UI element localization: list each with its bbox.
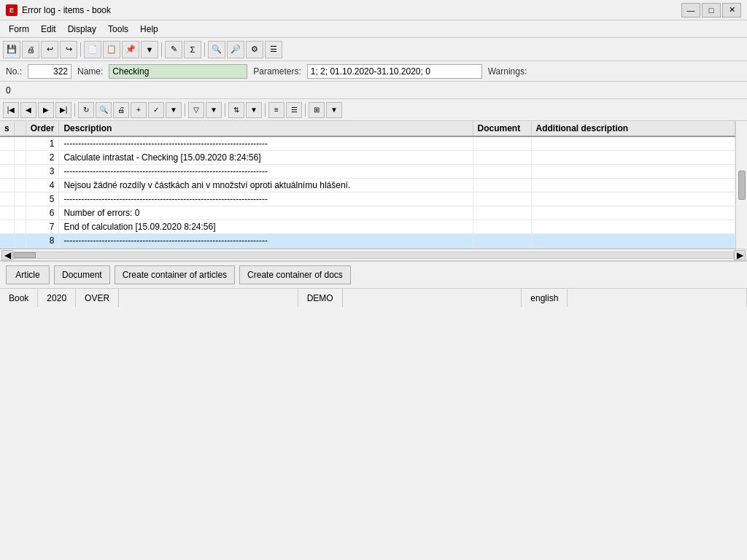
table-row[interactable]: 1 --------------------------------------… xyxy=(0,136,735,151)
cell-additional xyxy=(531,234,735,248)
list-btn[interactable]: ☰ xyxy=(265,41,282,58)
menu-help[interactable]: Help xyxy=(134,23,164,36)
cell-description: Nejsou žádné rozdíly v částkách ani v mn… xyxy=(59,179,473,192)
cell-description: End of calculation [15.09.2020 8:24:56] xyxy=(59,220,473,234)
create-articles-button[interactable]: Create container of articles xyxy=(115,265,235,284)
save-btn[interactable]: 💾 xyxy=(3,41,20,58)
table-row[interactable]: 6 Number of errors: 0 xyxy=(0,206,735,220)
cell-spacer xyxy=(14,192,26,206)
cell-description: ----------------------------------------… xyxy=(59,165,473,179)
nav-last[interactable]: ▶| xyxy=(55,102,71,118)
info-bar: No.: Name: Parameters: Warnings: xyxy=(0,61,747,82)
cell-document xyxy=(473,234,531,248)
menu-edit[interactable]: Edit xyxy=(35,23,62,36)
nav-check[interactable]: ✓ xyxy=(148,102,164,118)
cell-spacer xyxy=(14,151,26,165)
nav-sep5 xyxy=(305,104,306,117)
menu-form[interactable]: Form xyxy=(3,23,35,36)
article-button[interactable]: Article xyxy=(6,265,50,284)
bottom-bar: Article Document Create container of art… xyxy=(0,260,747,288)
table-row[interactable]: 4 Nejsou žádné rozdíly v částkách ani v … xyxy=(0,179,735,192)
cell-s xyxy=(0,192,14,206)
table-container: s Order Description Document Additional … xyxy=(0,121,735,249)
minimize-button[interactable]: — xyxy=(681,3,700,18)
window-title: Error log - items - book xyxy=(22,5,111,15)
cell-additional xyxy=(531,136,735,151)
name-input[interactable] xyxy=(109,64,247,79)
nav-grid[interactable]: ⊞ xyxy=(309,102,325,118)
menu-tools[interactable]: Tools xyxy=(102,23,134,36)
table-row[interactable]: 7 End of calculation [15.09.2020 8:24:56… xyxy=(0,220,735,234)
nav-print2[interactable]: 🖨 xyxy=(113,102,129,118)
paste-btn[interactable]: 📌 xyxy=(122,41,139,58)
create-docs-button[interactable]: Create container of docs xyxy=(239,265,351,284)
print-btn[interactable]: 🖨 xyxy=(22,41,39,58)
nav-list1[interactable]: ≡ xyxy=(268,102,285,118)
sigma-btn[interactable]: Σ xyxy=(184,41,201,58)
parameters-label: Parameters: xyxy=(253,66,301,77)
cell-s xyxy=(0,136,14,151)
table-row[interactable]: 3 --------------------------------------… xyxy=(0,165,735,179)
nav-refresh[interactable]: ↻ xyxy=(78,102,94,118)
copy-btn[interactable]: 📋 xyxy=(103,41,120,58)
hscroll-thumb[interactable] xyxy=(14,252,36,258)
scroll-thumb[interactable] xyxy=(738,171,746,200)
cell-order: 7 xyxy=(26,220,59,234)
document-button[interactable]: Document xyxy=(54,265,110,284)
nav-drop[interactable]: ▼ xyxy=(166,102,182,118)
cell-spacer xyxy=(14,234,26,248)
arrow-down-btn[interactable]: ▼ xyxy=(141,41,158,58)
hscroll-right[interactable]: ▶ xyxy=(734,250,746,260)
hscroll-left[interactable]: ◀ xyxy=(1,250,13,260)
nav-griddrop[interactable]: ▼ xyxy=(326,102,342,118)
col-header-document: Document xyxy=(473,121,531,136)
table-row[interactable]: 5 --------------------------------------… xyxy=(0,192,735,206)
hscroll-track[interactable] xyxy=(13,252,734,259)
nav-prev[interactable]: ◀ xyxy=(20,102,36,118)
nav-sep4 xyxy=(265,104,266,117)
status-empty3 xyxy=(568,289,747,307)
no-input[interactable] xyxy=(28,64,71,79)
cell-additional xyxy=(531,206,735,220)
nav-sep3 xyxy=(225,104,225,117)
nav-binoculars[interactable]: 🔍 xyxy=(96,102,112,118)
cell-order: 5 xyxy=(26,192,59,206)
nav-add[interactable]: + xyxy=(131,102,147,118)
undo-btn[interactable]: ↩ xyxy=(41,41,58,58)
status-demo: DEMO xyxy=(298,289,343,307)
horizontal-scrollbar[interactable]: ◀ ▶ xyxy=(0,249,747,260)
nav-filter[interactable]: ▽ xyxy=(188,102,204,118)
cell-s xyxy=(0,220,14,234)
maximize-button[interactable]: □ xyxy=(702,3,721,18)
nav-sort[interactable]: ⇅ xyxy=(228,102,244,118)
filter-btn[interactable]: ⚙ xyxy=(246,41,263,58)
new-btn[interactable]: 📄 xyxy=(84,41,101,58)
cell-s xyxy=(0,151,14,165)
cell-spacer xyxy=(14,136,26,151)
menu-display[interactable]: Display xyxy=(62,23,102,36)
parameters-input[interactable] xyxy=(307,64,482,79)
cell-additional xyxy=(531,151,735,165)
cell-order: 1 xyxy=(26,136,59,151)
vertical-scrollbar[interactable] xyxy=(735,121,747,249)
cell-s xyxy=(0,234,14,248)
calc-btn[interactable]: ✎ xyxy=(165,41,182,58)
nav-filterdrop[interactable]: ▼ xyxy=(206,102,222,118)
cell-additional xyxy=(531,192,735,206)
nav-sep1 xyxy=(74,104,75,117)
nav-next[interactable]: ▶ xyxy=(38,102,54,118)
menu-bar: Form Edit Display Tools Help xyxy=(0,20,747,38)
nav-sortdrop[interactable]: ▼ xyxy=(246,102,262,118)
nav-first[interactable]: |◀ xyxy=(3,102,19,118)
nav-list2[interactable]: ☰ xyxy=(286,102,302,118)
find-btn[interactable]: 🔎 xyxy=(227,41,244,58)
table-row[interactable]: 8 --------------------------------------… xyxy=(0,234,735,248)
cell-additional xyxy=(531,179,735,192)
cell-description: ----------------------------------------… xyxy=(59,192,473,206)
table-row[interactable]: 2 Calculate intrastat - Checking [15.09.… xyxy=(0,151,735,165)
close-button[interactable]: ✕ xyxy=(722,3,741,18)
redo-btn[interactable]: ↪ xyxy=(60,41,77,58)
search-btn[interactable]: 🔍 xyxy=(208,41,225,58)
cell-spacer xyxy=(14,206,26,220)
status-empty1 xyxy=(119,289,298,307)
